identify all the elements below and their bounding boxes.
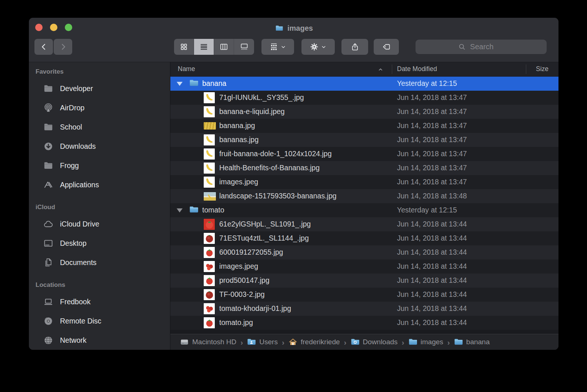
window-title-text: images xyxy=(287,24,313,33)
column-divider[interactable] xyxy=(526,64,526,74)
sidebar-item-remote-disc[interactable]: Remote Disc xyxy=(29,311,170,331)
sidebar-item-icloud-drive[interactable]: iCloud Drive xyxy=(29,214,170,234)
sidebar-section-icloud: iCloud xyxy=(36,202,170,212)
file-name: banana.jpg xyxy=(219,121,255,130)
date-modified: Jun 14, 2018 at 13:47 xyxy=(397,93,467,102)
table-row[interactable]: bananaYesterday at 12:15 xyxy=(170,77,558,91)
path-item-label: banana xyxy=(466,338,490,346)
folder-icon xyxy=(42,161,54,171)
table-row[interactable]: bananas.jpgJun 14, 2018 at 13:47 xyxy=(170,133,558,147)
file-list-pane: Name Date Modified Size bananaYesterday … xyxy=(170,62,558,350)
back-button[interactable] xyxy=(34,39,53,55)
file-thumbnail xyxy=(204,303,215,314)
tag-button[interactable] xyxy=(374,39,399,55)
table-row[interactable]: banana.jpgJun 14, 2018 at 13:47 xyxy=(170,119,558,133)
table-row[interactable]: tomato.jpgJun 14, 2018 at 13:44 xyxy=(170,316,558,330)
sidebar-item-label: Downloads xyxy=(60,142,96,151)
file-thumbnail xyxy=(204,177,215,188)
chevron-right-icon xyxy=(59,43,67,51)
list-view-button[interactable] xyxy=(194,39,214,55)
documents-icon xyxy=(42,258,54,268)
folder-icon xyxy=(42,84,54,94)
date-modified: Jun 14, 2018 at 13:44 xyxy=(397,248,467,257)
sidebar-item-airdrop[interactable]: AirDrop xyxy=(29,98,170,117)
sidebar-item-label: Frogg xyxy=(60,161,79,170)
sidebar-item-downloads[interactable]: Downloads xyxy=(29,137,170,156)
icon-view-button[interactable] xyxy=(174,39,194,55)
sidebar-item-label: Applications xyxy=(60,181,99,189)
path-item-frederikriede[interactable]: frederikriede xyxy=(289,338,340,346)
path-item-label: images xyxy=(421,338,443,346)
table-row[interactable]: tomatoYesterday at 12:15 xyxy=(170,203,558,217)
sidebar-item-developer[interactable]: Developer xyxy=(29,79,170,98)
gallery-view-button[interactable] xyxy=(234,39,254,55)
file-thumbnail xyxy=(204,148,215,160)
disclosure-triangle-icon[interactable] xyxy=(177,82,183,86)
sidebar-section-locations: Locations xyxy=(36,280,170,290)
finder-window: images xyxy=(29,18,558,350)
table-row[interactable]: 6000191272055.jpgJun 14, 2018 at 13:44 xyxy=(170,245,558,259)
search-input[interactable] xyxy=(416,40,548,54)
column-divider[interactable] xyxy=(392,64,392,74)
action-menu-button[interactable] xyxy=(301,39,335,55)
file-name: TF-0003-2.jpg xyxy=(219,290,264,299)
column-header-size[interactable]: Size xyxy=(536,65,548,73)
table-row[interactable]: landscape-1517593503-bananas.jpgJun 14, … xyxy=(170,189,558,203)
group-by-button[interactable] xyxy=(261,39,294,55)
sidebar-item-network[interactable]: Network xyxy=(29,331,170,350)
folder-icon xyxy=(42,122,54,132)
table-row[interactable]: fruit-banana-dole-1_1024x1024.jpgJun 14,… xyxy=(170,147,558,161)
path-item-users[interactable]: Users xyxy=(247,338,278,346)
column-header-name[interactable]: Name xyxy=(178,65,195,73)
sidebar-item-label: iCloud Drive xyxy=(60,220,99,228)
date-modified: Yesterday at 12:15 xyxy=(397,206,457,214)
chevron-left-icon xyxy=(40,43,48,51)
forward-button[interactable] xyxy=(54,39,72,55)
folder-blue-icon xyxy=(454,338,463,346)
column-header-date-modified[interactable]: Date Modified xyxy=(397,65,437,73)
table-row[interactable]: banana-e-liquid.jpegJun 14, 2018 at 13:4… xyxy=(170,105,558,119)
sidebar-section-favorites: Favorites xyxy=(36,67,170,77)
path-item-images[interactable]: images xyxy=(408,338,443,346)
folder-users-icon xyxy=(247,338,256,346)
airdrop-icon xyxy=(42,103,54,113)
path-item-downloads[interactable]: Downloads xyxy=(351,338,398,346)
table-row[interactable]: images.jpegJun 14, 2018 at 13:44 xyxy=(170,259,558,274)
table-row[interactable]: TF-0003-2.jpgJun 14, 2018 at 13:44 xyxy=(170,288,558,302)
table-row[interactable]: prod500147.jpgJun 14, 2018 at 13:44 xyxy=(170,274,558,288)
path-item-macintosh-hd[interactable]: Macintosh HD xyxy=(180,338,236,346)
sidebar-item-desktop[interactable]: Desktop xyxy=(29,234,170,253)
path-bar: Macintosh HD›Users›frederikriede›Downloa… xyxy=(170,334,558,350)
table-row[interactable]: 61e2ylGSHpL._SL1091_.jpgJun 14, 2018 at … xyxy=(170,217,558,231)
column-view-button[interactable] xyxy=(214,39,234,55)
file-thumbnail xyxy=(204,247,215,258)
table-row[interactable]: 71gl-IUNUkL._SY355_.jpgJun 14, 2018 at 1… xyxy=(170,91,558,105)
globe-icon xyxy=(42,335,54,345)
date-modified: Jun 14, 2018 at 13:47 xyxy=(397,164,467,172)
path-item-label: Macintosh HD xyxy=(192,338,236,346)
sidebar-item-fredbook[interactable]: Fredbook xyxy=(29,292,170,311)
sidebar-item-documents[interactable]: Documents xyxy=(29,253,170,272)
file-thumbnail xyxy=(204,122,216,130)
file-name: 71gl-IUNUkL._SY355_.jpg xyxy=(219,93,304,102)
file-name: prod500147.jpg xyxy=(219,276,270,285)
table-row[interactable]: images.jpegJun 14, 2018 at 13:47 xyxy=(170,175,558,189)
table-row[interactable]: tomato-khodarji-01.jpgJun 14, 2018 at 13… xyxy=(170,302,558,316)
file-name: banana-e-liquid.jpeg xyxy=(219,107,285,116)
file-name: tomato-khodarji-01.jpg xyxy=(219,304,291,313)
table-row[interactable]: 71ESTuq4ztL._SL1144_.jpgJun 14, 2018 at … xyxy=(170,231,558,245)
sidebar-item-school[interactable]: School xyxy=(29,117,170,137)
file-thumbnail xyxy=(204,192,216,201)
sidebar-item-applications[interactable]: Applications xyxy=(29,175,170,194)
share-button[interactable] xyxy=(341,39,368,55)
sidebar-item-frogg[interactable]: Frogg xyxy=(29,156,170,175)
sidebar-item-label: Documents xyxy=(60,258,97,267)
download-circle-icon xyxy=(42,141,54,151)
group-icon xyxy=(270,43,278,51)
disclosure-triangle-icon[interactable] xyxy=(177,208,183,212)
column-view-icon xyxy=(220,43,228,51)
table-row[interactable]: Health-Benefits-of-Bananas.jpgJun 14, 20… xyxy=(170,161,558,175)
date-modified: Jun 14, 2018 at 13:44 xyxy=(397,290,467,299)
file-name: fruit-banana-dole-1_1024x1024.jpg xyxy=(219,150,332,158)
path-item-banana[interactable]: banana xyxy=(454,338,490,346)
